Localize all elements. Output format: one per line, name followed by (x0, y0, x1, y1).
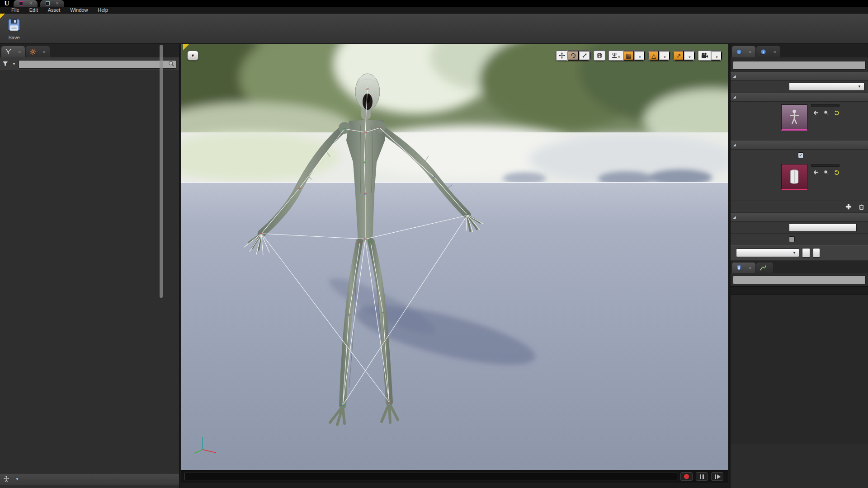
additional-meshes-thumbnail[interactable] (781, 164, 807, 190)
info-icon (736, 49, 742, 55)
rotation-snap-value[interactable]: ▼ (659, 51, 670, 61)
close-icon[interactable]: × (773, 49, 776, 55)
blend-profile-bar[interactable]: ▼ (0, 473, 179, 485)
tab-preview-scene-settings[interactable]: × (756, 46, 780, 57)
angle-snap-icon: △ (651, 52, 656, 59)
close-icon[interactable]: × (749, 265, 751, 271)
scale-snap-icon: ↗ (676, 52, 681, 59)
grid-snap-value[interactable]: ▼ (634, 51, 645, 61)
rotate-tool-button[interactable] (568, 51, 579, 61)
main-toolbar: Save (0, 14, 868, 44)
toolbar-save-button[interactable]: Save (2, 14, 26, 43)
browse-to-asset-icon[interactable] (823, 110, 829, 116)
asset-name-chip[interactable] (811, 104, 840, 107)
unreal-logo-icon: U (0, 0, 14, 7)
close-icon[interactable]: × (42, 49, 45, 55)
close-icon[interactable]: × (29, 1, 32, 6)
pause-button[interactable] (696, 472, 708, 481)
preview-controller-dropdown[interactable]: ▼ (789, 82, 864, 91)
tab-details[interactable]: × (732, 46, 755, 57)
details-panel: × × ◢ ▼ ◢ (730, 44, 868, 488)
tab-retarget-manager[interactable]: × (26, 46, 49, 57)
camera-speed-value[interactable]: ▼ (711, 51, 722, 61)
viewport-corner-flag (183, 44, 189, 50)
world-local-toggle-button[interactable] (594, 51, 605, 61)
close-icon[interactable]: × (18, 49, 21, 55)
menu-bar: FileEditAssetWindowHelp (0, 7, 868, 14)
scale-snap-toggle[interactable]: ↗ (673, 51, 684, 61)
grid-snap-toggle[interactable]: ▦ (623, 51, 634, 61)
window-tab-skm-monster3[interactable]: × (14, 0, 38, 7)
record-button[interactable] (680, 472, 693, 481)
section-mesh[interactable]: ◢ (731, 93, 868, 102)
add-profile-button[interactable] (802, 248, 810, 258)
tab-anim-curves[interactable] (756, 263, 773, 273)
preview-mesh-row (731, 102, 868, 141)
menu-edit[interactable]: Edit (24, 7, 43, 13)
allow-different-skeletons-checkbox[interactable]: ✓ (798, 152, 804, 158)
skeletal-meshes-row: ✚ (731, 201, 868, 213)
browse-to-asset-icon[interactable] (823, 169, 829, 175)
notify-list-empty[interactable] (731, 295, 868, 444)
remove-profile-button-partial[interactable] (813, 248, 820, 258)
reset-icon[interactable] (834, 169, 840, 175)
use-selected-icon[interactable] (813, 169, 819, 175)
skeleton-tree-panel: × × ▼ ▼ (0, 44, 180, 488)
search-animation-notifies-input[interactable] (733, 276, 866, 284)
viewport-options-dropdown[interactable]: ▼ (187, 51, 198, 61)
rotation-snap-toggle[interactable]: △ (648, 51, 659, 61)
preview-viewport[interactable]: ▼ ▼ ▦ ▼ △ ▼ ↗ ▼ (181, 44, 728, 483)
tab-animation-notifies[interactable]: × (732, 263, 755, 273)
camera-icon (701, 52, 708, 59)
scale-tool-button[interactable] (579, 51, 590, 61)
move-icon (559, 52, 565, 59)
unreal-persona-window: U × × FileEditAssetWindowHelp Save × (0, 0, 868, 488)
profile-dropdown[interactable]: ▼ (736, 249, 799, 257)
shared-profile-checkbox[interactable] (789, 236, 795, 242)
notify-searchbox (733, 275, 866, 284)
surface-snap-button[interactable]: ▼ (609, 51, 623, 61)
step-forward-button[interactable] (711, 472, 723, 481)
playback-controls (680, 472, 723, 481)
filter-funnel-icon (3, 61, 8, 66)
profile-name-input[interactable] (789, 223, 857, 232)
step-icon (715, 474, 716, 479)
menu-window[interactable]: Window (65, 7, 93, 13)
menu-file[interactable]: File (6, 7, 24, 13)
play-icon (717, 474, 721, 479)
asset-tab-icon (19, 1, 23, 5)
window-tab-sk-monster3-skeleton[interactable]: × (40, 0, 64, 7)
timeline-bar (181, 470, 728, 483)
close-icon[interactable]: × (749, 49, 751, 55)
section-animation[interactable]: ◢ (731, 72, 868, 81)
preview-mesh-label (731, 104, 781, 137)
menu-help[interactable]: Help (93, 7, 113, 13)
close-icon[interactable]: × (56, 1, 59, 6)
use-selected-icon[interactable] (813, 110, 819, 116)
grid-icon: ▦ (626, 52, 632, 59)
details-search-input[interactable] (733, 61, 866, 70)
preview-mesh-thumbnail[interactable] (781, 104, 807, 131)
collection-name-chip[interactable] (811, 164, 840, 167)
camera-speed-button[interactable] (698, 51, 711, 61)
viewport-toolbar: ▼ (187, 51, 198, 61)
details-searchbox (733, 61, 866, 69)
skeleton-tree-icon (5, 49, 11, 55)
tab-skeleton-tree[interactable]: × (1, 46, 25, 57)
menu-asset[interactable]: Asset (43, 7, 66, 13)
options-button[interactable]: ▼ (3, 61, 16, 66)
trash-icon[interactable] (859, 204, 864, 210)
expander-icon: ◢ (733, 75, 736, 78)
translate-tool-button[interactable] (556, 51, 568, 61)
section-additional-meshes[interactable]: ◢ (731, 141, 868, 150)
section-settings[interactable]: ◢ (731, 213, 868, 222)
details-panel-tabs: × × (731, 44, 868, 57)
search-skeleton-tree-input[interactable] (19, 60, 176, 69)
additional-meshes-row (731, 161, 868, 201)
info-icon (760, 49, 766, 55)
tree-scrollbar[interactable] (160, 45, 163, 298)
timeline-scrubber[interactable] (184, 473, 678, 480)
scale-snap-value[interactable]: ▼ (684, 51, 695, 61)
reset-icon[interactable] (834, 110, 840, 116)
add-element-icon[interactable]: ✚ (845, 203, 851, 211)
